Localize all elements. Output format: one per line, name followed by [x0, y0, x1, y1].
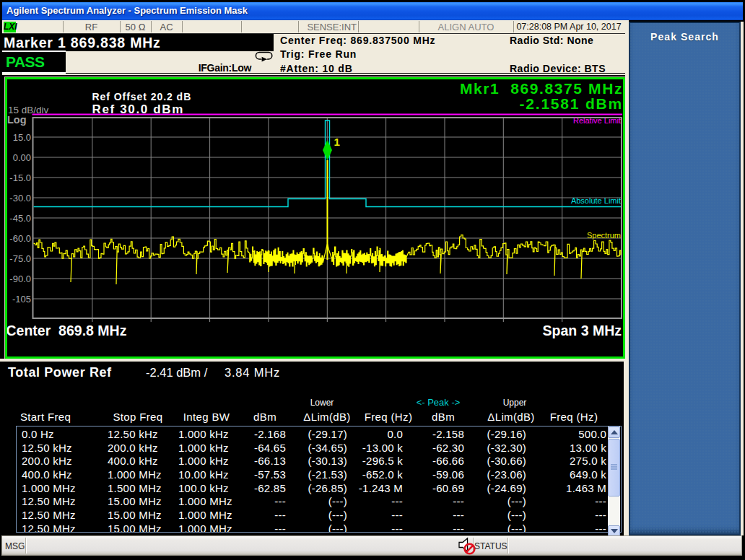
svg-text:-75.0: -75.0	[9, 253, 31, 264]
svg-text:-90.0: -90.0	[9, 274, 31, 284]
svg-text:Center 869.8 MHz: Center 869.8 MHz	[7, 323, 127, 338]
svg-text:Absolute Limit: Absolute Limit	[571, 196, 621, 205]
svg-text:Ref Offset 20.2 dB: Ref Offset 20.2 dB	[92, 91, 192, 102]
svg-text:Span 3 MHz: Span 3 MHz	[543, 323, 622, 338]
svg-text:-15.0: -15.0	[9, 172, 31, 183]
svg-text:-2.1581 dBm: -2.1581 dBm	[519, 95, 623, 112]
svg-text:0.00: 0.00	[13, 152, 31, 163]
svg-text:-30.0: -30.0	[9, 193, 31, 204]
svg-text:-105: -105	[12, 294, 31, 305]
svg-text:1: 1	[334, 136, 340, 148]
svg-text:Relative Limit: Relative Limit	[573, 116, 621, 125]
svg-text:-45.0: -45.0	[9, 213, 31, 224]
svg-text:-60.0: -60.0	[9, 233, 31, 244]
svg-text:15.0: 15.0	[13, 132, 31, 143]
svg-text:Spectrum: Spectrum	[587, 231, 621, 240]
svg-text:Log: Log	[7, 114, 27, 126]
